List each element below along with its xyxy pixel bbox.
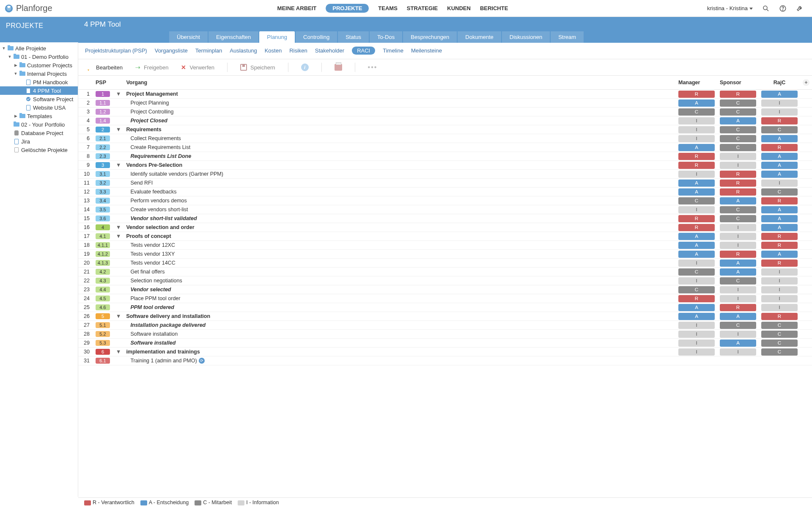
- nav-berichte[interactable]: BERICHTE: [480, 4, 508, 12]
- nav-kunden[interactable]: KUNDEN: [447, 4, 471, 12]
- logo-icon: [4, 4, 14, 13]
- svg-point-3: [782, 10, 783, 10]
- tab-diskussionen[interactable]: Diskussionen: [502, 31, 550, 43]
- sidebar: ▼Alle Projekte▼01 - Demo Portfolio▶Custo…: [0, 42, 78, 43]
- tab-stream[interactable]: Stream: [551, 31, 584, 43]
- logo-text: Planforge: [16, 3, 52, 13]
- caret-down-icon: [749, 8, 753, 10]
- wrench-icon[interactable]: [796, 5, 804, 12]
- main-content: Projektstrukturplan (PSP)VorgangslisteTe…: [78, 42, 812, 43]
- tab-eigenschaften[interactable]: Eigenschaften: [208, 31, 258, 43]
- nav-strategie[interactable]: STRATEGIE: [407, 4, 438, 12]
- top-header: Planforge MEINE ARBEITPROJEKTETEAMSSTRAT…: [0, 0, 812, 17]
- main-nav: MEINE ARBEITPROJEKTETEAMSSTRATEGIEKUNDEN…: [78, 4, 707, 13]
- section-title: PROJEKTE: [0, 17, 78, 43]
- tab-controlling[interactable]: Controlling: [296, 31, 337, 43]
- svg-line-1: [767, 9, 768, 11]
- tab-to-dos[interactable]: To-Dos: [370, 31, 402, 43]
- tab-besprechungen[interactable]: Besprechungen: [403, 31, 457, 43]
- subtabs: Projektstrukturplan (PSP)VorgangslisteTe…: [78, 42, 812, 43]
- nav-projekte[interactable]: PROJEKTE: [326, 4, 369, 13]
- logo[interactable]: Planforge: [4, 3, 78, 13]
- nav-teams[interactable]: TEAMS: [378, 4, 398, 12]
- top-right: kristina - Kristina: [707, 5, 804, 12]
- page-title: 4 PPM Tool: [78, 17, 812, 29]
- blue-tabs: ÜbersichtEigenschaftenPlanungControlling…: [78, 31, 812, 43]
- tab-planung[interactable]: Planung: [259, 31, 295, 43]
- tab-dokumente[interactable]: Dokumente: [458, 31, 501, 43]
- tab-status[interactable]: Status: [338, 31, 369, 43]
- nav-meine-arbeit[interactable]: MEINE ARBEIT: [277, 4, 317, 12]
- svg-point-0: [763, 6, 767, 10]
- search-icon[interactable]: [762, 5, 770, 12]
- user-menu[interactable]: kristina - Kristina: [707, 5, 753, 11]
- help-icon[interactable]: [779, 5, 787, 12]
- tab-übersicht[interactable]: Übersicht: [169, 31, 208, 43]
- bluebar: PROJEKTE 4 PPM Tool ÜbersichtEigenschaft…: [0, 17, 812, 43]
